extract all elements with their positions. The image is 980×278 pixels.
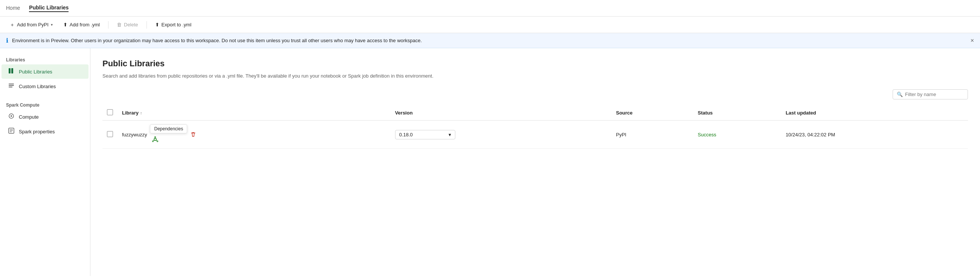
- svg-rect-3: [9, 85, 14, 86]
- top-nav: Home Public Libraries: [0, 0, 980, 17]
- nav-public-libraries[interactable]: Public Libraries: [29, 5, 68, 12]
- page-description: Search and add libraries from public rep…: [102, 73, 441, 79]
- spark-properties-label: Spark properties: [19, 129, 55, 135]
- filter-bar: 🔍: [102, 89, 968, 99]
- version-header-label: Version: [395, 110, 413, 116]
- source-value: PyPI: [616, 132, 626, 138]
- header-source: Source: [611, 105, 693, 121]
- upload-icon: ⬆: [63, 22, 67, 27]
- info-icon: ℹ: [6, 37, 8, 44]
- sidebar-item-compute[interactable]: Compute: [2, 110, 89, 124]
- svg-point-12: [155, 137, 156, 138]
- svg-rect-2: [9, 84, 14, 84]
- header-status: Status: [694, 105, 781, 121]
- export-yml-button[interactable]: ⬆ Export to .yml: [151, 20, 195, 29]
- export-icon: ⬆: [155, 22, 159, 27]
- export-label: Export to .yml: [162, 22, 191, 27]
- source-cell: PyPI: [611, 121, 693, 149]
- version-value: 0.18.0: [399, 132, 413, 138]
- svg-point-6: [11, 115, 12, 117]
- header-library: Library ↑: [118, 105, 391, 121]
- banner-close-button[interactable]: ×: [970, 38, 974, 44]
- toolbar-divider-2: [146, 21, 147, 29]
- filter-input[interactable]: [905, 92, 964, 97]
- last-updated-value: 10/24/23, 04:22:02 PM: [786, 132, 835, 138]
- banner-message: Environment is in Preview. Other users i…: [12, 38, 422, 43]
- svg-rect-1: [11, 68, 13, 73]
- libraries-table: Library ↑ Version Source Status Last: [102, 105, 968, 149]
- header-version: Version: [391, 105, 612, 121]
- nav-home[interactable]: Home: [6, 5, 20, 12]
- status-value: Success: [698, 132, 716, 138]
- plus-icon: ＋: [10, 21, 15, 28]
- sidebar-item-custom-libraries[interactable]: Custom Libraries: [2, 79, 89, 94]
- delete-row-button[interactable]: [188, 129, 199, 140]
- sort-icon: ↑: [140, 111, 142, 115]
- source-header-label: Source: [616, 110, 632, 116]
- svg-point-11: [154, 138, 156, 140]
- public-libraries-label: Public Libraries: [19, 69, 52, 75]
- table-row: fuzzywuzzy Dependencies: [102, 121, 968, 149]
- svg-line-16: [153, 140, 154, 141]
- header-last-updated: Last updated: [781, 105, 968, 121]
- sidebar-item-spark-properties[interactable]: Spark properties: [2, 124, 89, 139]
- add-yml-label: Add from .yml: [70, 22, 100, 27]
- version-dropdown-arrow: ▾: [449, 132, 451, 138]
- spark-compute-section-label: Spark Compute: [0, 99, 90, 109]
- dependencies-tooltip: Dependencies: [150, 124, 187, 133]
- filter-search-icon: 🔍: [897, 92, 903, 97]
- header-checkbox-cell: [102, 105, 118, 121]
- custom-libraries-label: Custom Libraries: [19, 84, 56, 89]
- last-updated-cell: 10/24/23, 04:22:02 PM: [781, 121, 968, 149]
- delete-icon: 🗑: [117, 22, 122, 27]
- sidebar-item-public-libraries[interactable]: Public Libraries: [2, 64, 89, 79]
- content-area: Public Libraries Search and add librarie…: [91, 48, 980, 276]
- dependencies-button[interactable]: [150, 134, 161, 145]
- library-header-label: Library: [122, 110, 138, 116]
- libraries-section-label: Libraries: [0, 54, 90, 64]
- compute-icon: [8, 113, 15, 121]
- toolbar-divider: [108, 21, 108, 29]
- sidebar: Libraries Public Libraries Custom Librar…: [0, 48, 91, 276]
- custom-libraries-icon: [8, 82, 15, 91]
- add-pypi-label: Add from PyPI: [17, 22, 49, 27]
- row-checkbox-cell: [102, 121, 118, 149]
- public-libraries-icon: [8, 67, 15, 76]
- version-dropdown[interactable]: 0.18.0 ▾: [395, 130, 455, 139]
- info-banner: ℹ Environment is in Preview. Other users…: [0, 33, 980, 48]
- compute-label: Compute: [19, 114, 39, 120]
- svg-line-17: [156, 140, 158, 141]
- header-checkbox[interactable]: [107, 109, 113, 115]
- library-name-cell: fuzzywuzzy Dependencies: [118, 121, 391, 149]
- svg-rect-0: [9, 68, 11, 73]
- page-title: Public Libraries: [102, 59, 968, 68]
- delete-label: Delete: [124, 22, 138, 27]
- dropdown-arrow-icon: ▾: [51, 22, 53, 27]
- row-actions: Dependencies: [150, 124, 199, 145]
- add-from-pypi-button[interactable]: ＋ Add from PyPI ▾: [6, 20, 57, 30]
- toolbar: ＋ Add from PyPI ▾ ⬆ Add from .yml 🗑 Dele…: [0, 17, 980, 33]
- spark-properties-icon: [8, 127, 15, 136]
- status-header-label: Status: [698, 110, 713, 116]
- last-updated-header-label: Last updated: [786, 110, 816, 116]
- version-cell: 0.18.0 ▾: [391, 121, 612, 149]
- delete-button[interactable]: 🗑 Delete: [113, 20, 142, 29]
- svg-rect-4: [9, 87, 13, 87]
- filter-input-wrapper: 🔍: [892, 89, 968, 99]
- status-cell: Success: [694, 121, 781, 149]
- library-name: fuzzywuzzy: [122, 132, 147, 138]
- main-layout: Libraries Public Libraries Custom Librar…: [0, 48, 980, 276]
- add-from-yml-button[interactable]: ⬆ Add from .yml: [59, 20, 103, 29]
- dependencies-tooltip-wrapper: Dependencies: [150, 124, 187, 145]
- row-checkbox[interactable]: [107, 131, 113, 137]
